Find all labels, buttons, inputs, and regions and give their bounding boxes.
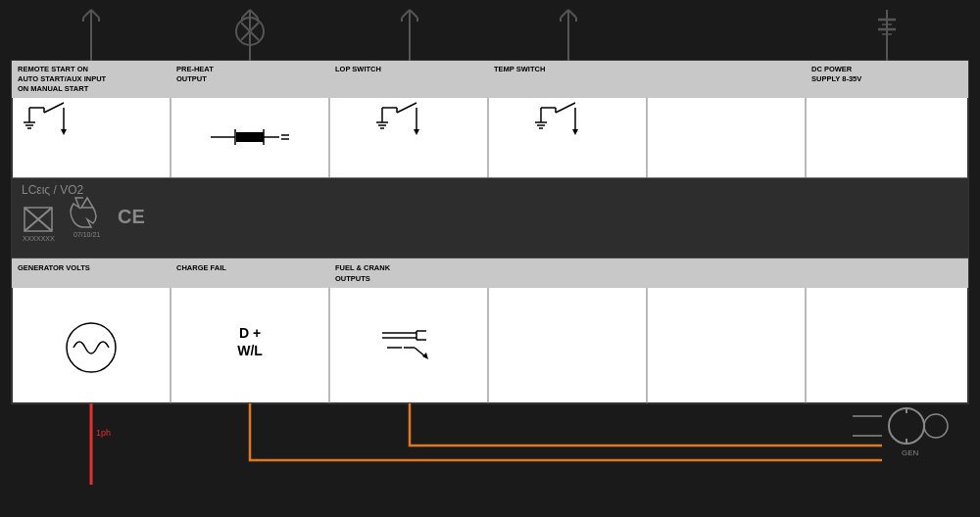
svg-text:LOP SWITCH: LOP SWITCH <box>335 65 381 73</box>
svg-text:W/L: W/L <box>237 343 263 358</box>
1ph-label: 1ph <box>96 428 111 438</box>
header-empty-b1 <box>488 258 647 288</box>
svg-text:DC POWER: DC POWER <box>811 65 853 73</box>
svg-rect-24 <box>236 132 264 142</box>
svg-text:TEMP SWITCH: TEMP SWITCH <box>494 65 545 73</box>
svg-text:OUTPUT: OUTPUT <box>176 74 207 83</box>
svg-text:GEN: GEN <box>902 448 919 457</box>
middle-section <box>12 178 968 258</box>
svg-text:OUTPUTS: OUTPUTS <box>335 274 370 283</box>
svg-text:XXXXXXX: XXXXXXX <box>23 235 55 242</box>
svg-text:ON MANUAL START: ON MANUAL START <box>18 84 89 93</box>
header-empty-top <box>647 61 806 98</box>
svg-text:FUEL & CRANK: FUEL & CRANK <box>335 263 391 272</box>
svg-text:SUPPLY 8-35V: SUPPLY 8-35V <box>811 74 861 83</box>
ce-mark: CE <box>118 206 145 227</box>
middle-text-line1: LCεις / VO2 <box>22 183 83 197</box>
svg-text:GENERATOR VOLTS: GENERATOR VOLTS <box>18 263 90 272</box>
svg-text:D +: D + <box>239 325 261 341</box>
svg-text:CHARGE FAIL: CHARGE FAIL <box>176 263 226 272</box>
header-remote-start-text: REMOTE START ON <box>18 65 88 73</box>
main-diagram: REMOTE START ON AUTO START/AUX INPUT ON … <box>0 0 980 517</box>
svg-text:07/10/21: 07/10/21 <box>74 231 100 238</box>
header-empty-b3 <box>806 258 968 288</box>
svg-text:AUTO START/AUX INPUT: AUTO START/AUX INPUT <box>18 74 107 83</box>
header-empty-b2 <box>647 258 806 288</box>
svg-text:PRE-HEAT: PRE-HEAT <box>176 65 214 73</box>
